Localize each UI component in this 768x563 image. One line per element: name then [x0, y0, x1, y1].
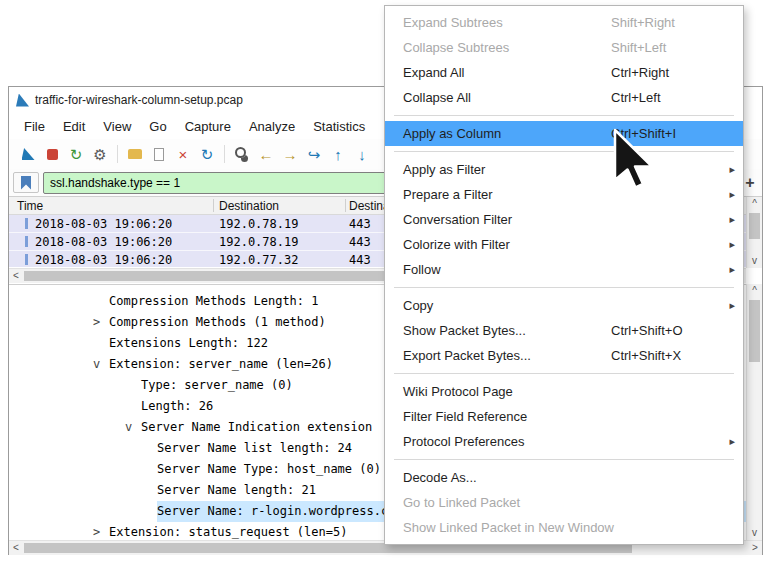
desktop: traffic-for-wireshark-column-setup.pcap … [0, 0, 768, 563]
context-menu: Expand SubtreesShift+RightCollapse Subtr… [384, 5, 744, 545]
last-packet-icon[interactable]: ↓ [351, 143, 373, 165]
toolbar-separator [224, 145, 225, 163]
menu-analyze[interactable]: Analyze [240, 119, 304, 134]
menu-separator [394, 287, 734, 288]
scroll-up-icon[interactable]: ^ [747, 197, 762, 211]
menu-item-show-linked-packet-in-new-window: Show Linked Packet in New Window [385, 515, 743, 540]
cell-destination: 192.0.77.32 [219, 253, 298, 267]
related-packet-indicator [25, 254, 28, 265]
next-packet-icon[interactable]: → [279, 143, 301, 165]
menu-item-label: Show Packet Bytes... [403, 318, 611, 343]
detail-text: Compression Methods (1 method) [109, 312, 326, 333]
detail-text: Compression Methods Length: 1 [109, 291, 319, 312]
menu-item-label: Expand Subtrees [403, 10, 611, 35]
previous-packet-icon[interactable]: ← [255, 143, 277, 165]
menu-item-shortcut: Shift+Left [611, 35, 666, 60]
scroll-up-icon[interactable]: ^ [747, 284, 762, 298]
menu-edit[interactable]: Edit [54, 119, 94, 134]
menu-item-shortcut: Shift+Right [611, 10, 675, 35]
scroll-left-icon[interactable]: < [9, 269, 23, 283]
menu-item-follow[interactable]: Follow▸ [385, 257, 743, 282]
submenu-arrow-icon: ▸ [725, 157, 735, 182]
menu-item-label: Show Linked Packet in New Window [403, 515, 614, 540]
scroll-left-icon[interactable]: < [9, 541, 23, 555]
collapse-expander-icon[interactable]: v [125, 417, 141, 438]
menu-item-decode-as[interactable]: Decode As... [385, 465, 743, 490]
menu-item-collapse-subtrees: Collapse SubtreesShift+Left [385, 35, 743, 60]
expand-expander-icon[interactable]: > [93, 522, 109, 540]
detail-text: Length: 26 [141, 396, 213, 417]
menu-view[interactable]: View [94, 119, 140, 134]
open-capture-icon[interactable] [124, 143, 146, 165]
menu-statistics[interactable]: Statistics [304, 119, 374, 134]
detail-text: Server Name Indication extension [141, 417, 372, 438]
scroll-down-icon[interactable]: v [747, 254, 762, 268]
menu-item-export-packet-bytes[interactable]: Export Packet Bytes...Ctrl+Shift+X [385, 343, 743, 368]
detail-text: Extension: server_name (len=26) [109, 354, 333, 375]
collapse-expander-icon[interactable]: v [93, 354, 109, 375]
menu-item-colorize-with-filter[interactable]: Colorize with Filter▸ [385, 232, 743, 257]
details-vscrollbar[interactable]: ^ v [746, 284, 762, 540]
menu-capture[interactable]: Capture [176, 119, 240, 134]
save-capture-icon[interactable] [148, 143, 170, 165]
find-packet-icon[interactable] [231, 143, 253, 165]
menu-item-label: Follow [403, 257, 611, 282]
menu-separator [394, 459, 734, 460]
menu-file[interactable]: File [15, 119, 54, 134]
first-packet-icon[interactable]: ↑ [327, 143, 349, 165]
menu-item-filter-field-reference[interactable]: Filter Field Reference [385, 404, 743, 429]
cell-time: 2018-08-03 19:06:20 [35, 235, 172, 249]
start-capture-icon[interactable] [17, 143, 39, 165]
column-header-destination[interactable]: Destination [219, 199, 279, 213]
reload-icon[interactable]: ↻ [196, 143, 218, 165]
menu-item-expand-all[interactable]: Expand AllCtrl+Right [385, 60, 743, 85]
filter-add-button[interactable]: + [742, 174, 758, 192]
capture-options-icon[interactable]: ⚙ [89, 143, 111, 165]
menu-item-label: Prepare a Filter [403, 182, 611, 207]
menu-item-label: Conversation Filter [403, 207, 611, 232]
detail-text: Server Name list length: 24 [157, 438, 352, 459]
stop-capture-icon[interactable] [41, 143, 63, 165]
go-to-packet-icon[interactable]: ↪ [303, 143, 325, 165]
menu-item-apply-as-filter[interactable]: Apply as Filter▸ [385, 157, 743, 182]
submenu-arrow-icon: ▸ [725, 293, 735, 318]
menu-item-apply-as-column[interactable]: Apply as ColumnCtrl+Shift+I [385, 121, 743, 146]
restart-capture-icon[interactable]: ↻ [65, 143, 87, 165]
close-capture-icon[interactable]: × [172, 143, 194, 165]
cell-destination: 192.0.78.19 [219, 235, 298, 249]
menu-item-label: Colorize with Filter [403, 232, 611, 257]
wireshark-logo-icon [16, 94, 29, 107]
menu-go[interactable]: Go [140, 119, 175, 134]
cell-destination: 192.0.78.19 [219, 217, 298, 231]
menu-item-prepare-a-filter[interactable]: Prepare a Filter▸ [385, 182, 743, 207]
menu-item-show-packet-bytes[interactable]: Show Packet Bytes...Ctrl+Shift+O [385, 318, 743, 343]
menu-item-label: Go to Linked Packet [403, 490, 611, 515]
menu-item-label: Expand All [403, 60, 611, 85]
menu-item-shortcut: Ctrl+Left [611, 85, 661, 110]
packet-list-vscroll-thumb[interactable] [749, 213, 760, 239]
packet-list-vscrollbar[interactable]: ^ v [746, 197, 762, 268]
filter-bookmark-button[interactable] [13, 172, 39, 193]
submenu-arrow-icon: ▸ [725, 232, 735, 257]
menu-item-shortcut: Ctrl+Right [611, 60, 669, 85]
column-header-time[interactable]: Time [17, 199, 43, 213]
related-packet-indicator [25, 236, 28, 247]
menu-item-protocol-preferences[interactable]: Protocol Preferences▸ [385, 429, 743, 454]
scroll-right-icon[interactable]: > [748, 541, 762, 555]
menu-item-shortcut: Ctrl+Shift+O [611, 318, 683, 343]
detail-text: Server Name Type: host_name (0) [157, 459, 381, 480]
menu-item-shortcut: Ctrl+Shift+X [611, 343, 681, 368]
menu-item-collapse-all[interactable]: Collapse AllCtrl+Left [385, 85, 743, 110]
details-vscroll-thumb[interactable] [749, 300, 760, 362]
expand-expander-icon[interactable]: > [93, 312, 109, 333]
menu-item-label: Decode As... [403, 465, 611, 490]
scroll-down-icon[interactable]: v [747, 526, 762, 540]
related-packet-indicator [25, 218, 28, 229]
detail-text: Server Name length: 21 [157, 480, 316, 501]
menu-item-conversation-filter[interactable]: Conversation Filter▸ [385, 207, 743, 232]
menu-item-wiki-protocol-page[interactable]: Wiki Protocol Page [385, 379, 743, 404]
menu-item-label: Export Packet Bytes... [403, 343, 611, 368]
submenu-arrow-icon: ▸ [725, 429, 735, 454]
menu-item-label: Filter Field Reference [403, 404, 611, 429]
menu-item-copy[interactable]: Copy▸ [385, 293, 743, 318]
